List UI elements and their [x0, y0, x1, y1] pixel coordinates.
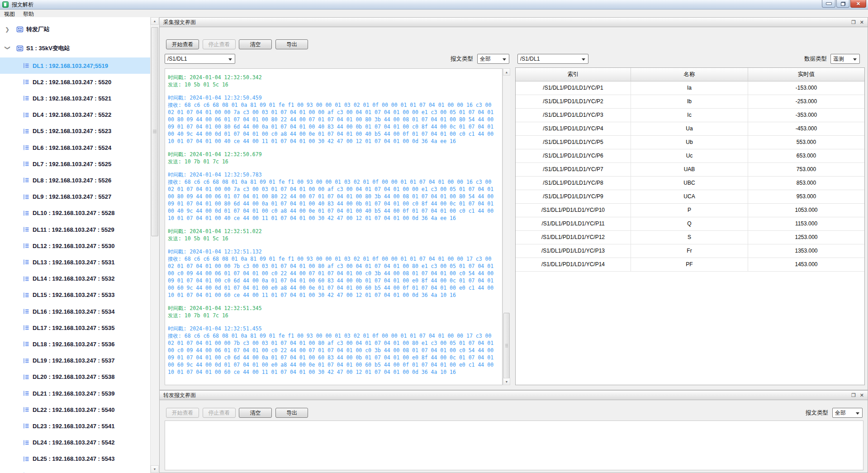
tree-device-item-2[interactable]: DL2 : 192.168.103.247 : 5520: [0, 74, 150, 90]
tree-device-item-7[interactable]: DL7 : 192.168.103.247 : 5525: [0, 156, 150, 172]
scroll-down-icon[interactable]: ▼: [503, 378, 510, 385]
table-row-12[interactable]: /S1/DL1/PD1/LD1/YC/P12S1253.000: [516, 231, 864, 244]
name-cell: Ic: [631, 109, 748, 122]
timestamp-line: 时间戳: 2024-01-04 12:32:51.345: [168, 305, 502, 312]
scroll-down-icon[interactable]: ▼: [151, 465, 159, 473]
table-row-2[interactable]: /S1/DL1/PD1/LD1/YC/P2Ib-253.000: [516, 95, 864, 109]
tree-device-item-18[interactable]: DL18 : 192.168.103.247 : 5536: [0, 336, 150, 352]
tree-device-item-16[interactable]: DL16 : 192.168.103.247 : 5534: [0, 303, 150, 320]
tree-device-item-12[interactable]: DL12 : 192.168.103.247 : 5530: [0, 238, 150, 254]
tree-device-item-10[interactable]: DL10 : 192.168.103.247 : 5528: [0, 205, 150, 221]
tree-device-item-13[interactable]: DL13 : 192.168.103.247 : 5531: [0, 254, 150, 270]
tree-device-item-14[interactable]: DL14 : 192.168.103.247 : 5532: [0, 271, 150, 287]
sidebar-scrollbar[interactable]: ▲ ▼: [150, 17, 159, 473]
tree-device-item-8[interactable]: DL8 : 192.168.103.247 : 5526: [0, 172, 150, 188]
table-header-2[interactable]: 实时值: [748, 68, 864, 81]
name-cell: S: [631, 231, 748, 244]
start-view-button[interactable]: 开始查看: [166, 39, 199, 49]
hex-data-line: 00 40 9c 44 00 0d 01 07 04 01 00 c0 a8 4…: [168, 130, 502, 138]
scroll-up-icon[interactable]: ▲: [503, 68, 510, 76]
fwd-msg-type-select[interactable]: 全部: [832, 408, 863, 418]
device-list-icon: [23, 422, 30, 430]
message-log[interactable]: 时间戳: 2024-01-04 12:32:50.342发送: 10 5b 01…: [165, 68, 503, 385]
forward-message-log[interactable]: [165, 420, 863, 470]
stop-view-button[interactable]: 停止查看: [203, 39, 236, 49]
clear-button[interactable]: 清空: [239, 408, 272, 418]
index-cell: /S1/DL1/PD1/LD1/YC/P9: [516, 190, 631, 204]
tree-device-item-23[interactable]: DL23 : 192.168.103.247 : 5541: [0, 418, 150, 434]
float-panel-icon[interactable]: ❐: [851, 392, 856, 398]
index-cell: /S1/DL1/PD1/LD1/YC/P1: [516, 81, 631, 95]
tree-device-item-6[interactable]: DL6 : 192.168.103.247 : 5524: [0, 139, 150, 156]
name-cell: UCA: [631, 190, 748, 204]
float-panel-icon[interactable]: ❐: [851, 19, 856, 25]
message-scroll-thumb[interactable]: [503, 313, 510, 378]
start-view-button[interactable]: 开始查看: [166, 408, 199, 418]
device-list-icon: [23, 95, 30, 102]
export-button[interactable]: 导出: [275, 408, 308, 418]
table-row-13[interactable]: /S1/DL1/PD1/LD1/YC/P13Fr1353.000: [516, 244, 864, 258]
tree-root-item-1[interactable]: ❯S1 : 35kV变电站: [0, 40, 150, 57]
table-row-11[interactable]: /S1/DL1/PD1/LD1/YC/P11Q1153.000: [516, 217, 864, 231]
value-cell: 553.000: [748, 136, 864, 149]
table-row-5[interactable]: /S1/DL1/PD1/LD1/YC/P5Ub553.000: [516, 136, 864, 149]
tree-device-item-19[interactable]: DL19 : 192.168.103.247 : 5537: [0, 353, 150, 369]
hex-data-line: 00 80 09 44 00 06 01 07 04 01 00 80 22 4…: [168, 193, 502, 200]
tree-device-item-22[interactable]: DL22 : 192.168.103.247 : 5540: [0, 401, 150, 418]
close-panel-icon[interactable]: ✕: [860, 19, 864, 25]
tree-device-label: DL10 : 192.168.103.247 : 5528: [33, 210, 114, 216]
table-row-9[interactable]: /S1/DL1/PD1/LD1/YC/P9UCA953.000: [516, 190, 864, 204]
sidebar-scroll-thumb[interactable]: [151, 27, 158, 236]
clear-button[interactable]: 清空: [239, 39, 272, 49]
scroll-up-icon[interactable]: ▲: [151, 17, 159, 25]
timestamp-line: 时间戳: 2024-01-04 12:32:51.132: [168, 248, 502, 255]
close-panel-icon[interactable]: ✕: [860, 392, 864, 398]
table-row-7[interactable]: /S1/DL1/PD1/LD1/YC/P7UAB753.000: [516, 163, 864, 177]
table-row-6[interactable]: /S1/DL1/PD1/LD1/YC/P6Uc653.000: [516, 149, 864, 163]
tree-device-item-11[interactable]: DL11 : 192.168.103.247 : 5529: [0, 221, 150, 238]
forward-panel: 转发报文界面 ❐ ✕ 开始查看停止查看清空导出 报文类型 全部: [159, 390, 868, 473]
tree-device-item-20[interactable]: DL20 : 192.168.103.247 : 5538: [0, 369, 150, 385]
stop-view-button[interactable]: 停止查看: [203, 408, 236, 418]
device-list-icon: [23, 144, 30, 151]
tree-device-label: DL23 : 192.168.103.247 : 5541: [33, 423, 114, 430]
tree-device-label: DL19 : 192.168.103.247 : 5537: [33, 357, 114, 364]
tree-device-label: DL13 : 192.168.103.247 : 5531: [33, 259, 114, 266]
msg-type-select[interactable]: 全部: [477, 54, 509, 64]
table-row-1[interactable]: /S1/DL1/PD1/LD1/YC/P1Ia-153.000: [516, 81, 864, 95]
message-log-scrollbar[interactable]: ▲ ▼: [503, 68, 510, 385]
tree-device-item-24[interactable]: DL24 : 192.168.103.247 : 5542: [0, 435, 150, 451]
table-header-1[interactable]: 名称: [631, 68, 748, 81]
tree-device-item-1[interactable]: DL1 : 192.168.103.247;5519: [0, 57, 150, 74]
tree-device-item-26[interactable]: DL26 : 192.168.103.247 : 5544: [0, 467, 150, 473]
data-type-select[interactable]: 遥测: [830, 54, 860, 64]
minimize-button[interactable]: [822, 0, 835, 8]
tree-device-item-25[interactable]: DL25 : 192.168.103.247 : 5543: [0, 451, 150, 467]
table-row-8[interactable]: /S1/DL1/PD1/LD1/YC/P8UBC853.000: [516, 177, 864, 190]
table-row-3[interactable]: /S1/DL1/PD1/LD1/YC/P3Ic-353.000: [516, 109, 864, 122]
tree-device-item-9[interactable]: DL9 : 192.168.103.247 : 5527: [0, 189, 150, 205]
timestamp-line: 时间戳: 2024-01-04 12:32:50.783: [168, 171, 502, 178]
tree-device-item-21[interactable]: DL21 : 192.168.103.247 : 5539: [0, 385, 150, 401]
tree-device-label: DL16 : 192.168.103.247 : 5534: [33, 308, 114, 315]
export-button[interactable]: 导出: [275, 39, 308, 49]
maximize-button[interactable]: [836, 0, 849, 8]
tree-device-item-15[interactable]: DL15 : 192.168.103.247 : 5533: [0, 287, 150, 303]
table-device-select[interactable]: /S1/DL1: [517, 54, 588, 64]
table-row-14[interactable]: /S1/DL1/PD1/LD1/YC/P14PF1453.000: [516, 258, 864, 272]
close-button[interactable]: ✕: [850, 0, 866, 8]
tree-device-item-17[interactable]: DL17 : 192.168.103.247 : 5535: [0, 320, 150, 336]
tree-device-item-4[interactable]: DL4 : 192.168.103.247 : 5522: [0, 107, 150, 123]
chevron-down-icon[interactable]: ❯: [5, 46, 11, 52]
table-header-0[interactable]: 索引: [516, 68, 631, 81]
table-row-4[interactable]: /S1/DL1/PD1/LD1/YC/P4Ua-453.000: [516, 122, 864, 136]
hex-data-line: 09 01 07 04 01 00 80 6d 44 00 0a 01 07 0…: [168, 123, 502, 130]
device-tree: ❯转发厂站❯S1 : 35kV变电站DL1 : 192.168.103.247;…: [0, 17, 150, 473]
chevron-right-icon[interactable]: ❯: [5, 26, 11, 33]
table-row-10[interactable]: /S1/DL1/PD1/LD1/YC/P10P1053.000: [516, 204, 864, 217]
tree-device-item-5[interactable]: DL5 : 192.168.103.247 : 5523: [0, 123, 150, 139]
tree-root-item-0[interactable]: ❯转发厂站: [0, 21, 150, 38]
collect-device-select[interactable]: /S1/DL1: [165, 54, 235, 64]
tree-device-item-3[interactable]: DL3 : 192.168.103.247 : 5521: [0, 90, 150, 106]
data-type-label: 数据类型: [804, 54, 828, 64]
